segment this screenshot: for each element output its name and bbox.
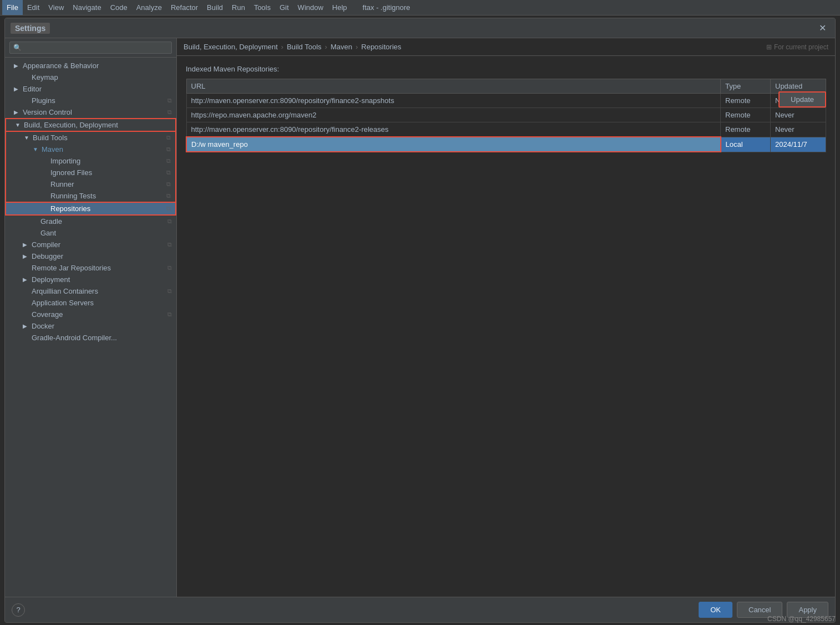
copy-icon: ⧉ [167,97,172,104]
breadcrumb-part-3: Maven [330,43,352,51]
sidebar-item-label: Gradle [40,217,62,226]
arrow-icon: ▶ [23,253,29,259]
sidebar-item-build-exec-deploy[interactable]: ▼ Build, Execution, Deployment [5,118,176,132]
table-row-selected[interactable]: D:/w maven_repo Local 2024/11/7 [186,137,826,152]
menu-analyze[interactable]: Analyze [132,0,166,15]
menu-refactor[interactable]: Refactor [166,0,202,15]
help-button[interactable]: ? [12,603,25,617]
table-row[interactable]: https://repo.maven.apache.org/maven2 Rem… [186,108,826,122]
row-url: http://maven.openserver.cn:8090/reposito… [186,94,721,108]
copy-icon: ⧉ [167,109,172,116]
breadcrumb-part-2: Build Tools [287,43,322,51]
breadcrumb: Build, Execution, Deployment › Build Too… [177,38,835,56]
sidebar-item-compiler[interactable]: ▶ Compiler ⧉ [5,239,176,250]
copy-icon: ⧉ [167,264,172,271]
arrow-icon: ▶ [23,242,29,248]
repositories-table: URL Type Updated http://maven.openserver… [186,79,826,152]
sidebar-item-label: Plugins [32,96,55,105]
sidebar-item-appearance[interactable]: ▶ Appearance & Behavior [5,60,176,71]
sidebar-item-gradle[interactable]: Gradle ⧉ [5,216,176,227]
sidebar-item-version-control[interactable]: ▶ Version Control ⧉ [5,106,176,118]
sidebar-item-docker[interactable]: ▶ Docker [5,320,176,332]
sidebar-item-label: Debugger [32,252,63,260]
col-header-url: URL [186,79,721,94]
arrow-icon: ▶ [23,323,29,329]
breadcrumb-part-1: Build, Execution, Deployment [184,43,278,51]
copy-icon: ⧉ [167,241,172,248]
ok-button[interactable]: OK [699,602,732,618]
menu-file[interactable]: File [2,0,23,15]
sidebar-item-gradle-android[interactable]: Gradle-Android Compiler... [5,332,176,344]
menu-help[interactable]: Help [328,0,352,15]
sidebar-item-debugger[interactable]: ▶ Debugger [5,250,176,262]
panel-wrapper: Indexed Maven Repositories: URL Type Upd… [177,56,835,597]
sidebar-item-build-tools[interactable]: ▼ Build Tools ⧉ [5,132,176,144]
row-type: Remote [721,108,771,122]
row-url: http://maven.openserver.cn:8090/reposito… [186,122,721,137]
col-header-type: Type [721,79,771,94]
sidebar-item-label: Version Control [23,108,72,116]
sidebar-item-repositories[interactable]: Repositories ⧉ [5,202,176,216]
close-button[interactable]: ✕ [816,22,829,34]
main-window: Settings ✕ ▶ Appearance & Behavior [0,16,840,625]
sidebar-item-label: Keymap [32,73,58,81]
sidebar-item-app-servers[interactable]: Application Servers [5,297,176,309]
table-row[interactable]: http://maven.openserver.cn:8090/reposito… [186,122,826,137]
breadcrumb-sep-1: › [281,43,283,51]
menu-build[interactable]: Build [202,0,227,15]
sidebar-item-label: Repositories [50,204,90,213]
sidebar-item-arquillian[interactable]: Arquillian Containers ⧉ [5,285,176,297]
menu-edit[interactable]: Edit [23,0,44,15]
copy-icon: ⧉ [166,146,171,153]
row-type: Remote [721,122,771,137]
row-updated: Never [771,122,826,137]
menu-code[interactable]: Code [106,0,132,15]
sidebar-item-label: Deployment [32,275,70,284]
sidebar-item-deployment[interactable]: ▶ Deployment [5,274,176,285]
menu-tools[interactable]: Tools [250,0,275,15]
row-type: Local [721,137,771,152]
sidebar-item-keymap[interactable]: Keymap [5,71,176,83]
menu-bar: File Edit View Navigate Code Analyze Ref… [0,0,840,16]
sidebar-item-running-tests[interactable]: Running Tests ⧉ [5,190,176,202]
sidebar-item-runner[interactable]: Runner ⧉ [5,178,176,190]
sidebar-item-label: Application Servers [32,299,94,307]
search-input[interactable] [9,42,172,54]
sidebar-item-label: Editor [23,85,42,93]
sidebar-item-label: Appearance & Behavior [23,62,99,70]
section-title: Indexed Maven Repositories: [186,65,826,73]
menu-view[interactable]: View [44,0,68,15]
copy-icon: ⧉ [167,218,172,225]
row-type: Remote [721,94,771,108]
sidebar-item-label: Gant [40,229,56,237]
settings-dialog: Settings ✕ ▶ Appearance & Behavior [4,18,836,623]
row-url-selected: D:/w maven_repo [186,137,721,152]
arrow-icon: ▶ [14,63,21,69]
sidebar-item-coverage[interactable]: Coverage ⧉ [5,309,176,320]
dialog-body: ▶ Appearance & Behavior Keymap ▶ Editor [5,38,835,597]
sidebar-item-label: Compiler [32,240,60,249]
sidebar-item-editor[interactable]: ▶ Editor [5,83,176,95]
sidebar-item-label: Running Tests [50,192,96,200]
row-url: https://repo.maven.apache.org/maven2 [186,108,721,122]
update-button[interactable]: Update [778,91,826,107]
sidebar-item-ignored-files[interactable]: Ignored Files ⧉ [5,167,176,178]
main-panel: Build, Execution, Deployment › Build Too… [177,38,835,597]
sidebar-item-label: Build Tools [33,134,68,142]
sidebar-item-gant[interactable]: Gant [5,227,176,239]
table-row[interactable]: http://maven.openserver.cn:8090/reposito… [186,94,826,108]
sidebar-item-label: Arquillian Containers [32,287,98,295]
sidebar-item-label: Runner [50,180,74,188]
menu-run[interactable]: Run [227,0,250,15]
copy-icon: ⧉ [166,205,171,212]
sidebar-item-label: Docker [32,322,54,330]
menu-navigate[interactable]: Navigate [68,0,105,15]
sidebar-item-remote-jar[interactable]: Remote Jar Repositories ⧉ [5,262,176,274]
sidebar-item-plugins[interactable]: Plugins ⧉ [5,95,176,106]
copy-icon: ⧉ [166,134,171,141]
menu-window[interactable]: Window [293,0,328,15]
sidebar-item-maven[interactable]: ▼ Maven ⧉ [5,144,176,155]
panel-content: Indexed Maven Repositories: URL Type Upd… [177,56,835,161]
menu-git[interactable]: Git [275,0,293,15]
sidebar-item-importing[interactable]: Importing ⧉ [5,155,176,167]
